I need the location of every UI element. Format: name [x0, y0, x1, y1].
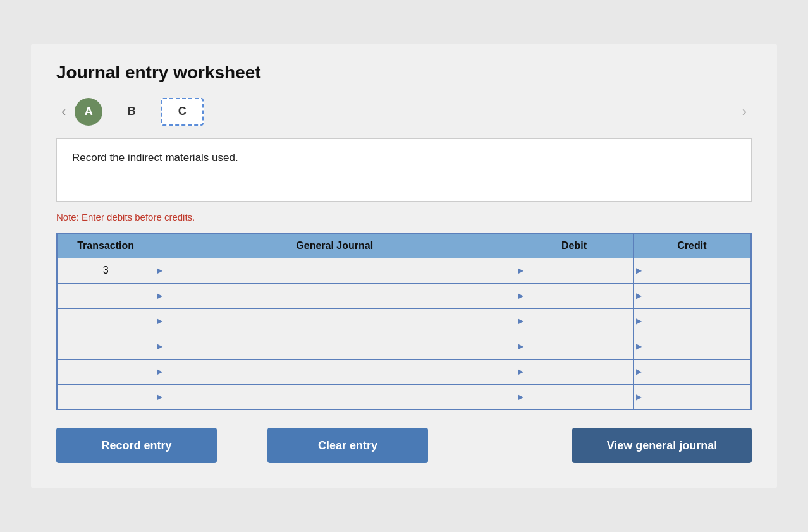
tab-c[interactable]: C	[161, 98, 204, 126]
journal-arrow-icon: ▶	[157, 291, 162, 300]
nav-row: ‹ A B C ›	[56, 98, 752, 126]
prev-arrow[interactable]: ‹	[56, 101, 71, 123]
debit-arrow-icon: ▶	[518, 392, 523, 401]
journal-arrow-icon: ▶	[157, 392, 162, 401]
debit-arrow-icon: ▶	[518, 291, 523, 300]
table-row: ▶▶▶	[57, 384, 751, 409]
main-container: Journal entry worksheet ‹ A B C › Record…	[31, 44, 777, 489]
buttons-row: Record entry Clear entry View general jo…	[56, 428, 752, 463]
journal-cell[interactable]: ▶	[154, 258, 515, 283]
credit-cell[interactable]: ▶	[633, 283, 751, 308]
credit-input[interactable]	[634, 385, 750, 409]
debit-cell[interactable]: ▶	[515, 258, 634, 283]
header-credit: Credit	[633, 233, 751, 258]
credit-arrow-icon: ▶	[636, 392, 642, 401]
journal-cell[interactable]: ▶	[154, 359, 515, 384]
header-debit: Debit	[515, 233, 634, 258]
instruction-box: Record the indirect materials used.	[56, 138, 752, 202]
journal-table: Transaction General Journal Debit Credit…	[56, 233, 752, 411]
journal-cell[interactable]: ▶	[154, 283, 515, 308]
table-row: ▶▶▶	[57, 308, 751, 334]
page-title: Journal entry worksheet	[56, 63, 752, 83]
debit-arrow-icon: ▶	[518, 367, 523, 376]
header-transaction: Transaction	[57, 233, 154, 258]
journal-cell[interactable]: ▶	[154, 334, 515, 359]
record-entry-button[interactable]: Record entry	[56, 428, 217, 463]
journal-cell[interactable]: ▶	[154, 308, 515, 334]
journal-arrow-icon: ▶	[157, 266, 162, 275]
credit-arrow-icon: ▶	[636, 342, 642, 351]
debit-cell[interactable]: ▶	[515, 283, 634, 308]
transaction-cell	[57, 359, 154, 384]
debit-arrow-icon: ▶	[518, 317, 523, 325]
credit-cell[interactable]: ▶	[633, 334, 751, 359]
journal-arrow-icon: ▶	[157, 317, 162, 325]
debit-cell[interactable]: ▶	[515, 384, 634, 409]
credit-cell[interactable]: ▶	[633, 258, 751, 283]
clear-entry-button[interactable]: Clear entry	[267, 428, 428, 463]
credit-cell[interactable]: ▶	[633, 308, 751, 334]
journal-input[interactable]	[154, 334, 515, 359]
credit-arrow-icon: ▶	[636, 266, 642, 275]
credit-arrow-icon: ▶	[636, 291, 642, 300]
transaction-cell	[57, 308, 154, 334]
journal-input[interactable]	[154, 258, 515, 283]
journal-input[interactable]	[154, 284, 515, 308]
debit-input[interactable]	[515, 334, 633, 359]
instruction-text: Record the indirect materials used.	[72, 152, 238, 164]
debit-input[interactable]	[515, 385, 633, 409]
debit-input[interactable]	[515, 309, 633, 334]
next-arrow[interactable]: ›	[737, 101, 752, 123]
note-text: Note: Enter debits before credits.	[56, 212, 752, 222]
table-row: ▶▶▶	[57, 334, 751, 359]
journal-input[interactable]	[154, 360, 515, 384]
view-general-journal-button[interactable]: View general journal	[572, 428, 752, 463]
credit-input[interactable]	[634, 360, 750, 384]
transaction-cell	[57, 334, 154, 359]
transaction-cell	[57, 283, 154, 308]
debit-cell[interactable]: ▶	[515, 359, 634, 384]
credit-input[interactable]	[634, 334, 750, 359]
debit-input[interactable]	[515, 360, 633, 384]
debit-input[interactable]	[515, 284, 633, 308]
table-row: ▶▶▶	[57, 283, 751, 308]
journal-input[interactable]	[154, 385, 515, 409]
debit-arrow-icon: ▶	[518, 266, 523, 275]
journal-arrow-icon: ▶	[157, 342, 162, 351]
journal-cell[interactable]: ▶	[154, 384, 515, 409]
header-general-journal: General Journal	[154, 233, 515, 258]
credit-arrow-icon: ▶	[636, 367, 642, 376]
transaction-cell: 3	[57, 258, 154, 283]
debit-input[interactable]	[515, 258, 633, 283]
credit-input[interactable]	[634, 258, 750, 283]
credit-cell[interactable]: ▶	[633, 359, 751, 384]
table-row: ▶▶▶	[57, 359, 751, 384]
journal-arrow-icon: ▶	[157, 367, 162, 376]
credit-arrow-icon: ▶	[636, 317, 642, 325]
tab-a[interactable]: A	[75, 98, 102, 126]
debit-cell[interactable]: ▶	[515, 308, 634, 334]
credit-input[interactable]	[634, 284, 750, 308]
credit-cell[interactable]: ▶	[633, 384, 751, 409]
table-row: 3▶▶▶	[57, 258, 751, 283]
transaction-cell	[57, 384, 154, 409]
debit-cell[interactable]: ▶	[515, 334, 634, 359]
tab-b[interactable]: B	[110, 98, 153, 126]
credit-input[interactable]	[634, 309, 750, 334]
journal-input[interactable]	[154, 309, 515, 334]
debit-arrow-icon: ▶	[518, 342, 523, 351]
